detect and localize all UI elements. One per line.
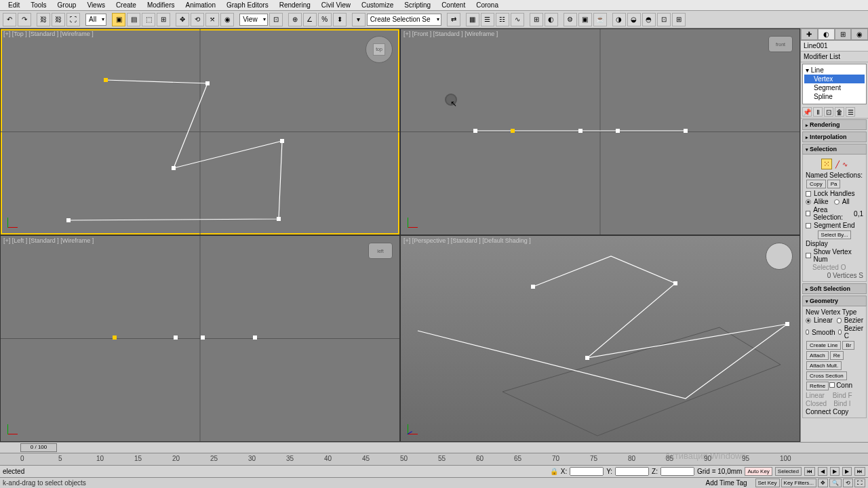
smooth-radio[interactable] (806, 329, 809, 335)
configure-icon[interactable]: ☰ (846, 107, 855, 117)
move-icon[interactable]: ✥ (176, 13, 189, 26)
viewport-left[interactable]: [+] [Left ] [Standard ] [Wireframe ] lef… (1, 236, 399, 441)
menu-group[interactable]: Group (52, 1, 82, 9)
viewport-persp-label[interactable]: [+] [Perspective ] [Standard ] [Default … (403, 237, 531, 244)
viewport-top-label[interactable]: [+] [Top ] [Standard ] [Wireframe ] (3, 30, 94, 37)
play-icon[interactable]: ▶ (830, 467, 840, 476)
rollout-rendering[interactable]: Rendering (802, 119, 867, 130)
bezier-radio[interactable] (837, 318, 842, 323)
rollout-selection[interactable]: Selection (802, 144, 867, 155)
attach-button[interactable]: Attach (806, 351, 829, 360)
x-coord-input[interactable] (570, 467, 604, 476)
corona2-icon[interactable]: ◒ (627, 13, 641, 26)
viewcube-persp[interactable] (766, 243, 793, 270)
segment-end-check[interactable] (806, 223, 811, 228)
stack-segment[interactable]: Segment (804, 83, 865, 92)
viewport-top[interactable]: [+] [Top ] [Standard ] [Wireframe ] top (1, 29, 399, 235)
render-setup-icon[interactable]: ⚙ (564, 13, 577, 26)
attach-mult-button[interactable]: Attach Mult. (806, 361, 842, 370)
prev-frame-icon[interactable]: ◀ (818, 467, 827, 476)
reorient-button[interactable]: Re (830, 351, 844, 360)
menu-grapheditors[interactable]: Graph Editors (221, 1, 274, 9)
create-line-button[interactable]: Create Line (806, 341, 841, 350)
selection-filter-dropdown[interactable]: All (85, 14, 106, 26)
time-slider-handle[interactable]: 0 / 100 (20, 443, 57, 452)
viewport-left-label[interactable]: [+] [Left ] [Standard ] [Wireframe ] (3, 237, 94, 244)
layer-explorer-icon[interactable]: ☷ (496, 13, 509, 26)
menu-customize[interactable]: Customize (356, 1, 399, 9)
menu-content[interactable]: Content (436, 1, 471, 9)
modifier-stack[interactable]: ▾ Line Vertex Segment Spline (802, 64, 867, 104)
bind-icon[interactable]: ⛶ (66, 13, 80, 26)
layers-icon[interactable]: ☰ (481, 13, 494, 26)
cross-section-button[interactable]: Cross Section (806, 371, 847, 380)
mirror-icon[interactable]: ⇄ (447, 13, 460, 26)
track-bar[interactable]: 0 5 10 15 20 25 30 35 40 45 50 55 60 65 … (0, 453, 868, 465)
percent-snap-icon[interactable]: % (318, 13, 332, 26)
render-frame-icon[interactable]: ▣ (578, 13, 592, 26)
linear-radio[interactable] (806, 318, 811, 323)
next-frame-icon[interactable]: ▶ (842, 467, 852, 476)
stack-line[interactable]: ▾ Line (804, 66, 865, 75)
stack-spline[interactable]: Spline (804, 92, 865, 101)
viewcube-front[interactable]: front (768, 36, 793, 52)
setkey-button[interactable]: Set Key (755, 479, 780, 487)
window-crossing-icon[interactable]: ⊞ (157, 13, 170, 26)
snap-icon[interactable]: ⊕ (288, 13, 302, 26)
lock-handles-check[interactable] (806, 191, 811, 197)
rotate-icon[interactable]: ⟲ (191, 13, 204, 26)
goto-end-icon[interactable]: ⏭ (854, 467, 865, 476)
menu-edit[interactable]: Edit (3, 1, 25, 9)
corona1-icon[interactable]: ◑ (612, 13, 626, 26)
menu-corona[interactable]: Corona (471, 1, 504, 9)
menu-create[interactable]: Create (111, 1, 142, 9)
segment-subobj-icon[interactable]: ╱ (835, 161, 840, 168)
select-region-icon[interactable]: ⬚ (142, 13, 155, 26)
select-by-button[interactable]: Select By... (818, 230, 852, 239)
spline-subobj-icon[interactable]: ∿ (842, 161, 848, 168)
create-tab-icon[interactable]: ✚ (801, 28, 818, 40)
menu-animation[interactable]: Animation (180, 1, 220, 9)
viewcube-top[interactable]: top (366, 36, 393, 63)
selected-button[interactable]: Selected (775, 467, 802, 476)
corona5-icon[interactable]: ⊞ (672, 13, 686, 26)
material-icon[interactable]: ◐ (545, 13, 558, 26)
alike-radio[interactable] (806, 199, 811, 205)
copy-button[interactable]: Copy (806, 180, 826, 188)
ref-coord-dropdown[interactable]: View (239, 14, 268, 26)
bezierc-radio[interactable] (838, 329, 842, 335)
undo-icon[interactable]: ↶ (3, 13, 16, 26)
pin-stack-icon[interactable]: 📌 (802, 107, 812, 117)
viewport-front-label[interactable]: [+] [Front ] [Standard ] [Wireframe ] (403, 30, 498, 37)
viewcube-left[interactable]: left (368, 243, 393, 259)
show-vert-num-check[interactable] (806, 253, 811, 258)
menu-tools[interactable]: Tools (25, 1, 52, 9)
autokey-button[interactable]: Auto Key (745, 467, 772, 476)
link-icon[interactable]: ⛓ (37, 13, 50, 26)
menu-rendering[interactable]: Rendering (274, 1, 316, 9)
vertex-subobj-icon[interactable]: ⁙ (821, 159, 832, 169)
remove-mod-icon[interactable]: 🗑 (835, 107, 844, 117)
add-time-tag[interactable]: Add Time Tag (701, 479, 753, 487)
scale-icon[interactable]: ⤧ (205, 13, 219, 26)
y-coord-input[interactable] (615, 467, 649, 476)
spinner-snap-icon[interactable]: ⬍ (333, 13, 347, 26)
stack-vertex[interactable]: Vertex (804, 75, 865, 83)
select-icon[interactable]: ▣ (112, 13, 125, 26)
keyfilters-button[interactable]: Key Filters... (781, 479, 816, 487)
corona3-icon[interactable]: ◓ (642, 13, 656, 26)
rollout-interpolation[interactable]: Interpolation (802, 131, 867, 142)
viewport-perspective[interactable]: [+] [Perspective ] [Standard ] [Default … (401, 236, 800, 441)
area-sel-check[interactable] (806, 211, 810, 216)
align-icon[interactable]: ▦ (466, 13, 479, 26)
object-name-field[interactable]: Line001 (801, 41, 868, 52)
z-coord-input[interactable] (660, 467, 694, 476)
pivot-icon[interactable]: ⊡ (269, 13, 283, 26)
rollout-geometry[interactable]: Geometry (802, 296, 867, 306)
all-radio[interactable] (834, 199, 840, 205)
nav-zoom-icon[interactable]: 🔍 (829, 479, 842, 487)
modifier-list-dropdown[interactable]: Modifier List (801, 52, 868, 62)
break-button[interactable]: Br (842, 341, 854, 350)
paste-button[interactable]: Pa (827, 180, 841, 188)
unlink-icon[interactable]: ⛓ (52, 13, 65, 26)
